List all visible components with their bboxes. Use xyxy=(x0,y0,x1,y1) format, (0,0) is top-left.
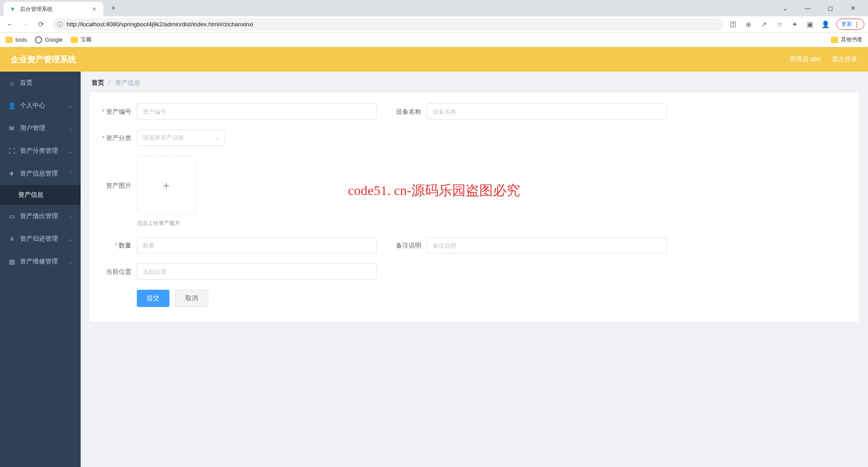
bookmark-bar: tools Google 宝藏 其他书签 xyxy=(0,33,868,47)
chevron-down-icon: ⌄ xyxy=(68,148,72,154)
sidebar: ⌂ 首页 👤 个人中心 ⌄ ✉ 用户管理 ⌄ ⛶ 资产分类管理 ⌄ ✈ 资产信息… xyxy=(0,72,81,467)
vue-favicon-icon: ▼ xyxy=(9,5,16,13)
tab-title: 后台管理系统 xyxy=(20,5,87,13)
sidepanel-icon[interactable]: ▣ xyxy=(805,20,815,29)
folder-icon xyxy=(5,37,13,43)
reload-button[interactable]: ⟳ xyxy=(34,18,47,31)
user-label[interactable]: 管理员 abo xyxy=(790,55,821,63)
new-tab-button[interactable]: + xyxy=(107,2,120,15)
asset-form: *资产编号 设备名称 *资产分类 请选择资产分类 ⌄ xyxy=(90,92,859,321)
chevron-down-icon: ⌄ xyxy=(68,259,72,265)
location-label: 当前位置 xyxy=(101,263,137,280)
image-label: 资产图片 xyxy=(101,156,137,215)
main-content: 首页 / 资产信息 *资产编号 设备名称 *资产 xyxy=(81,72,868,467)
sidebar-item-repair[interactable]: ▤ 资产维修管理 ⌄ xyxy=(0,250,81,273)
chevron-down-icon: ⌄ xyxy=(68,126,72,131)
bookmark-google[interactable]: Google xyxy=(35,36,63,44)
user-icon: 👤 xyxy=(8,102,15,109)
google-icon xyxy=(35,36,42,44)
close-tab-icon[interactable]: × xyxy=(91,5,98,13)
breadcrumb: 首页 / 资产信息 xyxy=(81,72,868,92)
sidebar-item-return[interactable]: ≡ 资产归还管理 ⌄ xyxy=(0,228,81,250)
chevron-down-icon: ⌄ xyxy=(68,236,72,242)
sidebar-item-personal[interactable]: 👤 个人中心 ⌄ xyxy=(0,94,81,117)
bookmark-treasure[interactable]: 宝藏 xyxy=(71,36,92,44)
quantity-input[interactable] xyxy=(137,237,377,253)
asset-no-input[interactable] xyxy=(137,103,377,120)
asset-no-label: *资产编号 xyxy=(101,103,137,120)
plus-icon: + xyxy=(163,179,169,193)
bookmark-icon[interactable]: ☆ xyxy=(775,20,784,29)
breadcrumb-current: 资产信息 xyxy=(115,79,140,86)
list-icon: ≡ xyxy=(8,235,15,243)
quantity-label: *数量 xyxy=(101,237,137,253)
chevron-up-icon: ⌃ xyxy=(68,171,72,177)
close-window-icon[interactable]: ✕ xyxy=(846,1,860,15)
profile-icon[interactable]: 👤 xyxy=(821,20,830,29)
sidebar-item-home[interactable]: ⌂ 首页 xyxy=(0,72,81,94)
breadcrumb-home[interactable]: 首页 xyxy=(92,79,104,86)
folder-icon xyxy=(71,37,78,43)
card-icon: ▭ xyxy=(8,213,15,220)
cancel-button[interactable]: 取消 xyxy=(175,290,208,307)
dropdown-icon[interactable]: ⌄ xyxy=(778,1,792,15)
doc-icon: ▤ xyxy=(8,258,15,265)
back-button[interactable]: ← xyxy=(4,18,16,31)
sidebar-item-category[interactable]: ⛶ 资产分类管理 ⌄ xyxy=(0,140,81,162)
app-root: 企业资产管理系统 管理员 abo 退出登录 ⌂ 首页 👤 个人中心 ⌄ ✉ 用户… xyxy=(0,47,868,467)
other-bookmarks[interactable]: 其他书签 xyxy=(831,36,863,44)
sidebar-subitem-asset-info[interactable]: 资产信息 xyxy=(0,185,81,205)
url-text: http://localhost:8080/springboot4j9k2/ad… xyxy=(67,21,719,28)
chevron-down-icon: ⌄ xyxy=(68,214,72,219)
device-name-label: 设备名称 xyxy=(391,103,427,120)
upload-hint: 点击上传资产图片 xyxy=(137,219,196,227)
category-select[interactable]: 请选择资产分类 ⌄ xyxy=(137,130,225,146)
extensions-icon[interactable]: ✦ xyxy=(790,20,799,29)
share-icon[interactable]: ↗ xyxy=(759,20,768,29)
minimize-icon[interactable]: — xyxy=(801,1,815,15)
image-upload[interactable]: + xyxy=(137,156,196,215)
mail-icon: ✉ xyxy=(8,125,15,132)
tab-bar: ▼ 后台管理系统 × + ⌄ — ◻ ✕ xyxy=(0,0,868,16)
chevron-down-icon: ⌄ xyxy=(68,103,72,109)
sidebar-item-user-mgmt[interactable]: ✉ 用户管理 ⌄ xyxy=(0,117,81,140)
zoom-icon[interactable]: ⊕ xyxy=(744,20,753,29)
location-input[interactable] xyxy=(137,263,377,280)
maximize-icon[interactable]: ◻ xyxy=(824,1,837,15)
remark-input[interactable] xyxy=(427,237,667,253)
chevron-down-icon: ⌄ xyxy=(215,135,219,141)
device-name-input[interactable] xyxy=(427,103,667,120)
browser-tab[interactable]: ▼ 后台管理系统 × xyxy=(4,2,103,16)
menu-dots-icon: ⋮ xyxy=(854,21,859,28)
update-button[interactable]: 更新 ⋮ xyxy=(836,19,864,30)
plane-icon: ✈ xyxy=(8,170,15,177)
logout-link[interactable]: 退出登录 xyxy=(832,55,857,63)
app-title: 企业资产管理系统 xyxy=(11,54,76,65)
sidebar-item-lend[interactable]: ▭ 资产借出管理 ⌄ xyxy=(0,205,81,228)
submit-button[interactable]: 提交 xyxy=(137,290,169,307)
sidebar-item-info[interactable]: ✈ 资产信息管理 ⌃ xyxy=(0,162,81,185)
forward-button: → xyxy=(19,18,32,31)
remark-label: 备注说明 xyxy=(391,237,427,253)
bookmark-tools[interactable]: tools xyxy=(5,37,27,43)
category-label: *资产分类 xyxy=(101,130,137,146)
app-topbar: 企业资产管理系统 管理员 abo 退出登录 xyxy=(0,47,868,72)
key-icon[interactable]: ⚿ xyxy=(728,20,738,29)
window-controls: ⌄ — ◻ ✕ xyxy=(778,1,864,15)
browser-chrome: ▼ 后台管理系统 × + ⌄ — ◻ ✕ ← → ⟳ ⓘ http://loca… xyxy=(0,0,868,47)
fullscreen-icon: ⛶ xyxy=(8,147,15,155)
address-bar: ← → ⟳ ⓘ http://localhost:8080/springboot… xyxy=(0,16,868,33)
home-icon: ⌂ xyxy=(8,79,15,87)
folder-icon xyxy=(831,37,838,43)
url-bar[interactable]: ⓘ http://localhost:8080/springboot4j9k2/… xyxy=(53,18,723,31)
site-info-icon[interactable]: ⓘ xyxy=(57,20,63,29)
